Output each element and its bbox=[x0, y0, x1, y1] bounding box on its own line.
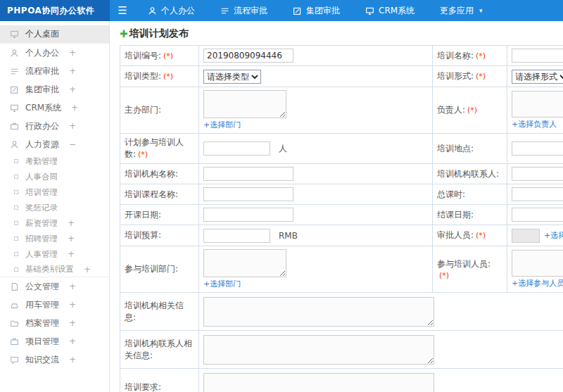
nav-crm[interactable]: CRM系统 bbox=[353, 0, 427, 21]
label-text: 开课日期: bbox=[125, 210, 161, 220]
training-require-textarea[interactable] bbox=[203, 373, 434, 392]
sidebar-item-hr[interactable]: 人力资源 − bbox=[0, 135, 109, 153]
sidebar-item-label: 薪资管理 bbox=[25, 218, 58, 229]
course-name-input[interactable] bbox=[203, 187, 293, 201]
label-text: 培训形式: bbox=[437, 71, 474, 81]
field-label: 培训编号:(*) bbox=[120, 46, 199, 66]
sidebar-item-label: 考勤管理 bbox=[25, 156, 58, 167]
training-form-select[interactable]: 请选择形式 bbox=[512, 70, 563, 84]
select-participants-link[interactable]: +选择参与人员 bbox=[512, 278, 563, 289]
approver-input[interactable] bbox=[512, 229, 540, 243]
sidebar-item-admin-office[interactable]: 行政办公 + bbox=[0, 117, 109, 135]
sidebar-item-recruit-mgmt[interactable]: 招聘管理 + bbox=[0, 231, 109, 246]
sidebar-item-crm[interactable]: CRM系统 + bbox=[0, 99, 109, 117]
select-leader-link[interactable]: +选择负责人 bbox=[512, 119, 557, 129]
label-text: 计划参与培训人数: bbox=[125, 137, 184, 159]
required-mark: (*) bbox=[476, 51, 486, 61]
nav-more-apps[interactable]: 更多应用 ▾ bbox=[427, 0, 495, 21]
sidebar-item-group-approval[interactable]: 集团审批 + bbox=[0, 80, 109, 99]
nav-group-approval[interactable]: 集团审批 bbox=[280, 0, 353, 21]
car-icon bbox=[10, 301, 19, 310]
topbar: PHPOA协同办公软件 ☰ 个人办公 流程审批 集团审批 CRM系统 更多应用 … bbox=[0, 0, 563, 21]
label-text: 培训机构相关信息: bbox=[125, 301, 184, 322]
select-dept-link[interactable]: +选择部门 bbox=[203, 120, 241, 130]
org-info-textarea[interactable] bbox=[203, 297, 434, 327]
plus-icon: ✚ bbox=[120, 28, 128, 39]
sidebar-item-workflow-approval[interactable]: 流程审批 + bbox=[0, 62, 109, 80]
training-name-input[interactable] bbox=[512, 49, 563, 63]
join-dept-textarea[interactable] bbox=[203, 249, 286, 277]
label-text: 培训机构联系人相关信息: bbox=[125, 339, 192, 360]
nav-label: 流程审批 bbox=[234, 5, 267, 17]
nav-personal-office[interactable]: 个人办公 bbox=[135, 0, 208, 21]
field-label: 培训形式:(*) bbox=[433, 66, 507, 87]
host-dept-textarea[interactable] bbox=[203, 90, 286, 118]
field-label: 培训课程名称: bbox=[120, 184, 199, 205]
sidebar-item-label: 培训管理 bbox=[25, 187, 58, 198]
nav-label: 集团审批 bbox=[306, 5, 340, 17]
sidebar-item-reward-record[interactable]: 奖惩记录 bbox=[0, 200, 109, 215]
main-content: ✚ 培训计划发布 培训编号:(*) 培训名称:(*) 培训类型:(*) 请选择类… bbox=[110, 21, 563, 392]
required-mark: (*) bbox=[138, 150, 148, 159]
field-label: 培训机构相关信息: bbox=[120, 293, 199, 331]
label-text: 参与培训部门: bbox=[125, 264, 178, 274]
unit-label: 人 bbox=[279, 143, 287, 155]
expand-marker: + bbox=[69, 300, 76, 310]
label-text: 培训机构联系人: bbox=[437, 169, 499, 179]
sidebar-item-archive-mgmt[interactable]: 档案管理 + bbox=[0, 314, 109, 332]
sidebar-item-salary-mgmt[interactable]: 薪资管理 + bbox=[0, 215, 109, 231]
page-title: ✚ 培训计划发布 bbox=[120, 27, 563, 41]
required-mark: (*) bbox=[476, 231, 486, 240]
start-date-input[interactable] bbox=[203, 208, 293, 222]
training-no-input[interactable] bbox=[203, 49, 293, 63]
join-users-textarea[interactable] bbox=[512, 250, 563, 277]
sidebar-item-personal-office[interactable]: 个人办公 + bbox=[0, 44, 109, 62]
select-approver-link[interactable]: +选择审批人员 bbox=[544, 230, 563, 241]
sidebar-item-training-mgmt[interactable]: 培训管理 bbox=[0, 184, 109, 200]
sidebar-item-personnel-mgmt[interactable]: 人事管理 + bbox=[0, 246, 109, 262]
hamburger-icon[interactable]: ☰ bbox=[110, 0, 135, 21]
monitor-icon bbox=[10, 103, 19, 113]
sidebar-item-label: 人力资源 bbox=[25, 139, 59, 151]
field-label: 培训要求: bbox=[120, 369, 199, 392]
training-plan-form: 培训编号:(*) 培训名称:(*) 培训类型:(*) 请选择类型 培训形式:(*… bbox=[120, 45, 563, 392]
label-text: 培训机构名称: bbox=[125, 169, 178, 179]
sidebar-item-label: 用车管理 bbox=[25, 299, 59, 311]
select-dept-link[interactable]: +选择部门 bbox=[203, 279, 241, 289]
org-contact-input[interactable] bbox=[512, 167, 563, 181]
plan-count-input[interactable] bbox=[203, 141, 270, 156]
sidebar-item-personal-desktop[interactable]: 个人桌面 bbox=[0, 25, 109, 44]
label-text: 总课时: bbox=[437, 189, 465, 199]
hours-input[interactable] bbox=[512, 187, 563, 201]
sidebar-item-attendance[interactable]: 考勤管理 bbox=[0, 153, 109, 169]
bullet-icon bbox=[13, 235, 20, 242]
leader-textarea[interactable] bbox=[512, 91, 563, 118]
sidebar-item-document-mgmt[interactable]: 公文管理 + bbox=[0, 277, 109, 296]
sidebar-item-vehicle-mgmt[interactable]: 用车管理 + bbox=[0, 296, 109, 314]
bullet-icon bbox=[13, 189, 20, 196]
field-label: 总课时: bbox=[433, 184, 507, 205]
field-label: 审批人员:(*) bbox=[433, 225, 507, 246]
org-contact-info-textarea[interactable] bbox=[203, 335, 434, 365]
place-input[interactable] bbox=[512, 141, 563, 156]
sidebar-item-project-mgmt[interactable]: 项目管理 + bbox=[0, 332, 109, 350]
required-mark: (*) bbox=[476, 72, 486, 81]
expand-marker: + bbox=[68, 234, 75, 244]
nav-workflow-approval[interactable]: 流程审批 bbox=[208, 0, 280, 21]
bullet-icon bbox=[13, 266, 20, 273]
sidebar-item-label: 奖惩记录 bbox=[25, 203, 58, 213]
sidebar: 个人桌面 个人办公 + 流程审批 + 集团审批 + CRM系统 + bbox=[0, 21, 110, 392]
sidebar-item-base-category[interactable]: 基础类别设置 + bbox=[0, 262, 109, 277]
field-label: 培训名称:(*) bbox=[433, 46, 507, 66]
briefcase-icon bbox=[10, 337, 19, 346]
end-date-input[interactable] bbox=[512, 208, 563, 222]
bullet-icon bbox=[13, 173, 20, 180]
org-name-input[interactable] bbox=[203, 167, 293, 181]
field-label: 培训机构联系人: bbox=[433, 164, 507, 184]
training-type-select[interactable]: 请选择类型 bbox=[203, 70, 261, 84]
document-icon bbox=[10, 282, 19, 291]
sidebar-item-hr-contract[interactable]: 人事合同 bbox=[0, 169, 109, 184]
budget-input[interactable] bbox=[203, 229, 270, 243]
field-label: 参与培训部门: bbox=[120, 246, 199, 293]
sidebar-item-knowledge-exchange[interactable]: 知识交流 + bbox=[0, 350, 109, 369]
